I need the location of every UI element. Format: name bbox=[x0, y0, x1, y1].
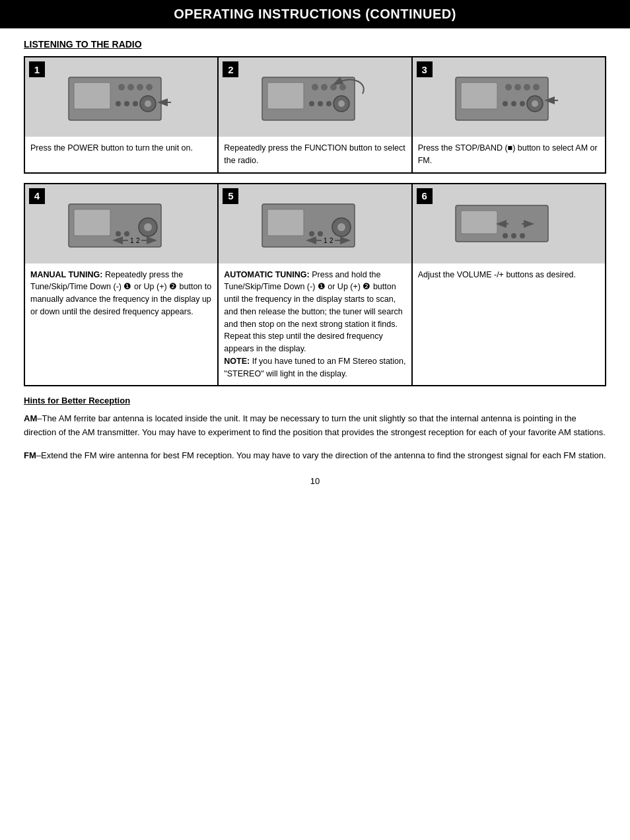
step-3-number: 3 bbox=[417, 61, 433, 77]
svg-point-10 bbox=[133, 101, 138, 106]
step-4: 4 1 2 bbox=[24, 184, 218, 386]
step-2-illustration bbox=[249, 64, 381, 130]
svg-point-7 bbox=[145, 100, 151, 107]
am-label: AM bbox=[24, 413, 37, 423]
svg-point-25 bbox=[514, 84, 521, 90]
svg-point-9 bbox=[124, 101, 129, 106]
step-4-image: 4 1 2 bbox=[25, 184, 217, 263]
svg-rect-12 bbox=[267, 83, 304, 109]
svg-rect-42 bbox=[267, 209, 304, 236]
svg-point-24 bbox=[505, 84, 512, 90]
step-5-desc: AUTOMATIC TUNING: Press and hold the Tun… bbox=[219, 263, 411, 386]
svg-rect-1 bbox=[74, 83, 110, 109]
svg-point-45 bbox=[309, 231, 314, 236]
svg-point-29 bbox=[532, 100, 538, 107]
step-2-number: 2 bbox=[223, 61, 238, 77]
svg-point-36 bbox=[144, 223, 152, 231]
svg-point-8 bbox=[116, 101, 121, 106]
step-5-illustration: 1 2 bbox=[249, 191, 381, 257]
step-5-image: 5 1 2 bbox=[219, 184, 411, 263]
steps-row-2: 4 1 2 bbox=[24, 183, 606, 387]
svg-text:1: 1 bbox=[324, 237, 328, 244]
step-2-image: 2 bbox=[219, 57, 411, 137]
svg-point-3 bbox=[127, 84, 134, 90]
svg-point-20 bbox=[318, 101, 323, 106]
hints-title: Hints for Better Reception bbox=[24, 396, 606, 405]
svg-point-44 bbox=[337, 223, 345, 231]
step-1-desc: Press the POWER button to turn the unit … bbox=[25, 137, 217, 172]
svg-point-52 bbox=[511, 233, 516, 238]
step-5-number: 5 bbox=[223, 188, 238, 204]
step-3-illustration bbox=[442, 64, 575, 130]
svg-point-38 bbox=[124, 231, 129, 236]
svg-point-5 bbox=[146, 84, 153, 90]
svg-text:2: 2 bbox=[136, 237, 140, 244]
step-4-illustration: 1 2 bbox=[55, 191, 188, 257]
step-1: 1 bbox=[24, 57, 218, 173]
section-title: LISTENING TO THE RADIO bbox=[24, 39, 606, 50]
step-1-image: 1 bbox=[25, 57, 217, 137]
fm-label: FM bbox=[24, 450, 36, 460]
svg-point-31 bbox=[511, 101, 516, 106]
steps-row-1: 1 bbox=[24, 56, 606, 174]
step-5-label: AUTOMATIC TUNING: bbox=[224, 270, 309, 279]
step-3: 3 bbox=[412, 57, 606, 173]
svg-point-32 bbox=[520, 101, 525, 106]
svg-point-14 bbox=[321, 84, 328, 90]
am-hint: AM–The AM ferrite bar antenna is located… bbox=[24, 412, 606, 440]
svg-point-51 bbox=[503, 233, 508, 238]
am-text: –The AM ferrite bar antenna is located i… bbox=[24, 413, 606, 437]
step-6-number: 6 bbox=[417, 188, 433, 204]
svg-text:2: 2 bbox=[330, 237, 333, 244]
page-number: 10 bbox=[24, 476, 606, 486]
svg-point-30 bbox=[503, 101, 508, 106]
svg-point-37 bbox=[116, 231, 121, 236]
page-content: LISTENING TO THE RADIO 1 bbox=[0, 28, 630, 506]
svg-point-26 bbox=[524, 84, 530, 90]
svg-point-18 bbox=[338, 100, 345, 107]
svg-rect-23 bbox=[461, 83, 497, 109]
fm-hint: FM–Extend the FM wire antenna for best F… bbox=[24, 449, 606, 463]
step-4-label: MANUAL TUNING: bbox=[30, 270, 102, 279]
step-6-image: 6 bbox=[413, 184, 605, 263]
step-1-illustration bbox=[55, 64, 188, 130]
svg-text:1: 1 bbox=[130, 237, 134, 244]
step-5-note-label: NOTE: bbox=[224, 357, 250, 366]
svg-point-15 bbox=[330, 84, 337, 90]
svg-rect-34 bbox=[74, 209, 110, 236]
step-4-desc: MANUAL TUNING: Repeatedly press the Tune… bbox=[25, 263, 217, 386]
page-header: OPERATING INSTRUCTIONS (CONTINUED) bbox=[0, 0, 630, 28]
svg-point-13 bbox=[312, 84, 318, 90]
step-6-illustration bbox=[442, 191, 575, 257]
step-1-number: 1 bbox=[29, 61, 45, 77]
svg-point-19 bbox=[309, 101, 314, 106]
svg-point-21 bbox=[326, 101, 332, 106]
svg-point-46 bbox=[318, 231, 323, 236]
svg-point-16 bbox=[339, 84, 346, 90]
step-6-desc: Adjust the VOLUME -/+ buttons as desired… bbox=[413, 263, 605, 386]
step-3-desc: Press the STOP/BAND (■) button to select… bbox=[413, 137, 605, 172]
step-6: 6 bbox=[412, 184, 606, 386]
step-3-image: 3 bbox=[413, 57, 605, 137]
step-4-number: 4 bbox=[29, 188, 45, 204]
step-2-desc: Repeatedly press the FUNCTION button to … bbox=[219, 137, 411, 172]
svg-rect-50 bbox=[461, 211, 497, 234]
step-2: 2 bbox=[218, 57, 411, 173]
header-title: OPERATING INSTRUCTIONS (CONTINUED) bbox=[174, 7, 456, 21]
svg-point-4 bbox=[137, 84, 143, 90]
fm-text: –Extend the FM wire antenna for best FM … bbox=[36, 450, 606, 460]
svg-point-27 bbox=[533, 84, 540, 90]
svg-point-53 bbox=[520, 233, 525, 238]
svg-point-2 bbox=[118, 84, 125, 90]
step-5: 5 1 2 bbox=[218, 184, 411, 386]
